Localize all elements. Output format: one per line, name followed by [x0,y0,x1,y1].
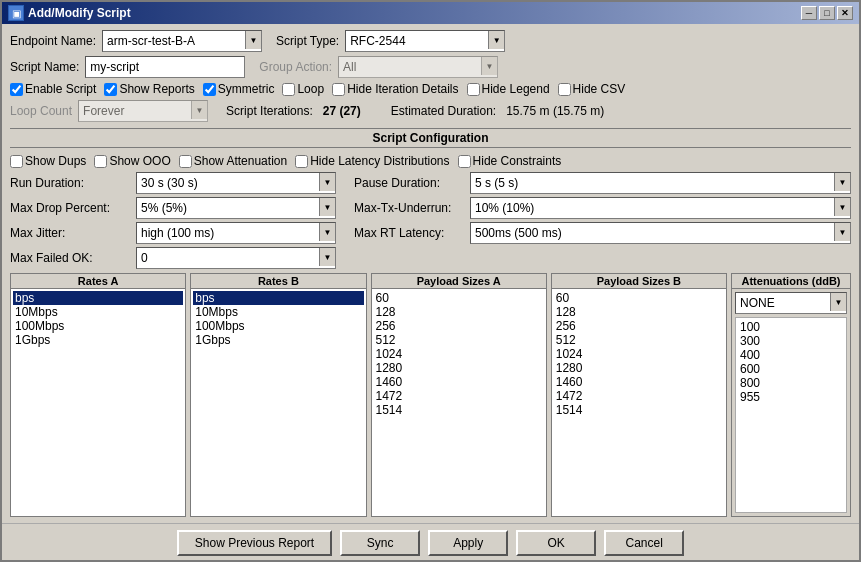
script-type-dropdown[interactable]: RFC-2544 ▼ [345,30,505,52]
max-drop-dropdown[interactable]: 5% (5%) ▼ [136,197,336,219]
list-item[interactable]: 1280 [374,361,544,375]
list-item[interactable]: 512 [554,333,724,347]
payload-a-listbox[interactable]: 6012825651210241280146014721514 [372,289,546,516]
show-ooo-checkbox[interactable] [94,155,107,168]
list-item[interactable]: 955 [738,390,844,404]
list-item[interactable]: 1514 [374,403,544,417]
attenuation-dropdown[interactable]: NONE ▼ [735,292,847,314]
pause-duration-dropdown[interactable]: 5 s (5 s) ▼ [470,172,851,194]
list-item[interactable]: 1Gbps [193,333,363,347]
script-config-header: Script Configuration [10,128,851,148]
options-row: Enable Script Show Reports Symmetric Loo… [10,82,851,96]
sync-button[interactable]: Sync [340,530,420,556]
script-name-input[interactable] [85,56,245,78]
list-item[interactable]: 10Mbps [13,305,183,319]
list-item[interactable]: 1472 [374,389,544,403]
max-failed-label: Max Failed OK: [10,251,130,265]
list-item[interactable]: bps [13,291,183,305]
max-jitter-value: high (100 ms) [137,223,319,243]
max-failed-value: 0 [137,248,319,268]
title-bar-left: ▣ Add/Modify Script [8,5,131,21]
list-item[interactable]: 256 [554,319,724,333]
list-item[interactable]: 100Mbps [193,319,363,333]
list-item[interactable]: 10Mbps [193,305,363,319]
show-attenuation-checkbox[interactable] [179,155,192,168]
max-failed-dropdown[interactable]: 0 ▼ [136,247,336,269]
attenuation-title: Attenuations (ddB) [732,274,850,289]
show-attenuation-label: Show Attenuation [194,154,287,168]
show-dups-item: Show Dups [10,154,86,168]
show-previous-button[interactable]: Show Previous Report [177,530,332,556]
list-item[interactable]: 1024 [374,347,544,361]
list-item[interactable]: 1472 [554,389,724,403]
list-item[interactable]: 512 [374,333,544,347]
list-item[interactable]: 800 [738,376,844,390]
list-item[interactable]: 128 [374,305,544,319]
list-item[interactable]: 1460 [554,375,724,389]
run-duration-dropdown[interactable]: 30 s (30 s) ▼ [136,172,336,194]
list-item[interactable]: 300 [738,334,844,348]
title-buttons: ─ □ ✕ [801,6,853,20]
list-item[interactable]: 600 [738,362,844,376]
hide-iteration-checkbox[interactable] [332,83,345,96]
loop-count-arrow: ▼ [191,101,207,119]
payload-a-title: Payload Sizes A [372,274,546,289]
list-item[interactable]: 1024 [554,347,724,361]
show-reports-checkbox[interactable] [104,83,117,96]
max-rt-value: 500ms (500 ms) [471,223,834,243]
list-item[interactable]: 100 [738,320,844,334]
list-item[interactable]: 400 [738,348,844,362]
attenuation-listbox[interactable]: 100300400600800955 [735,317,847,513]
minimize-button[interactable]: ─ [801,6,817,20]
list-item[interactable]: 60 [374,291,544,305]
estimated-duration-label: Estimated Duration: [391,104,496,118]
symmetric-checkbox[interactable] [203,83,216,96]
group-action-arrow: ▼ [481,57,497,75]
endpoint-arrow: ▼ [245,31,261,49]
hide-constraints-checkbox[interactable] [458,155,471,168]
show-dups-checkbox[interactable] [10,155,23,168]
list-item[interactable]: 1514 [554,403,724,417]
script-iterations-label: Script Iterations: [226,104,313,118]
loop-checkbox[interactable] [282,83,295,96]
cancel-button[interactable]: Cancel [604,530,684,556]
hide-constraints-item: Hide Constraints [458,154,562,168]
show-attenuation-item: Show Attenuation [179,154,287,168]
endpoint-dropdown[interactable]: arm-scr-test-B-A ▼ [102,30,262,52]
group-action-dropdown: All ▼ [338,56,498,78]
max-rt-label: Max RT Latency: [354,226,464,240]
jitter-rt-row: Max Jitter: high (100 ms) ▼ Max RT Laten… [10,222,851,244]
title-bar: ▣ Add/Modify Script ─ □ ✕ [2,2,859,24]
script-type-arrow: ▼ [488,31,504,49]
max-rt-dropdown[interactable]: 500ms (500 ms) ▼ [470,222,851,244]
max-jitter-dropdown[interactable]: high (100 ms) ▼ [136,222,336,244]
apply-button[interactable]: Apply [428,530,508,556]
window-icon: ▣ [8,5,24,21]
list-item[interactable]: 1Gbps [13,333,183,347]
payload-b-title: Payload Sizes B [552,274,726,289]
max-tx-dropdown[interactable]: 10% (10%) ▼ [470,197,851,219]
hide-legend-checkbox[interactable] [467,83,480,96]
list-item[interactable]: 60 [554,291,724,305]
enable-script-checkbox[interactable] [10,83,23,96]
list-item[interactable]: 1280 [554,361,724,375]
ok-button[interactable]: OK [516,530,596,556]
payload-b-listbox[interactable]: 6012825651210241280146014721514 [552,289,726,516]
config-form: Run Duration: 30 s (30 s) ▼ Pause Durati… [10,172,851,269]
list-item[interactable]: 256 [374,319,544,333]
close-button[interactable]: ✕ [837,6,853,20]
config-options-row: Show Dups Show OOO Show Attenuation Hide… [10,154,851,168]
hide-csv-checkbox[interactable] [558,83,571,96]
list-item[interactable]: 1460 [374,375,544,389]
maximize-button[interactable]: □ [819,6,835,20]
hide-latency-item: Hide Latency Distributions [295,154,449,168]
rates-b-listbox[interactable]: bps10Mbps100Mbps1Gbps [191,289,365,516]
list-item[interactable]: bps [193,291,363,305]
max-tx-arrow: ▼ [834,198,850,216]
hide-latency-checkbox[interactable] [295,155,308,168]
hide-legend-item: Hide Legend [467,82,550,96]
list-item[interactable]: 128 [554,305,724,319]
list-item[interactable]: 100Mbps [13,319,183,333]
rates-a-listbox[interactable]: bps10Mbps100Mbps1Gbps [11,289,185,516]
pause-duration-label: Pause Duration: [354,176,464,190]
